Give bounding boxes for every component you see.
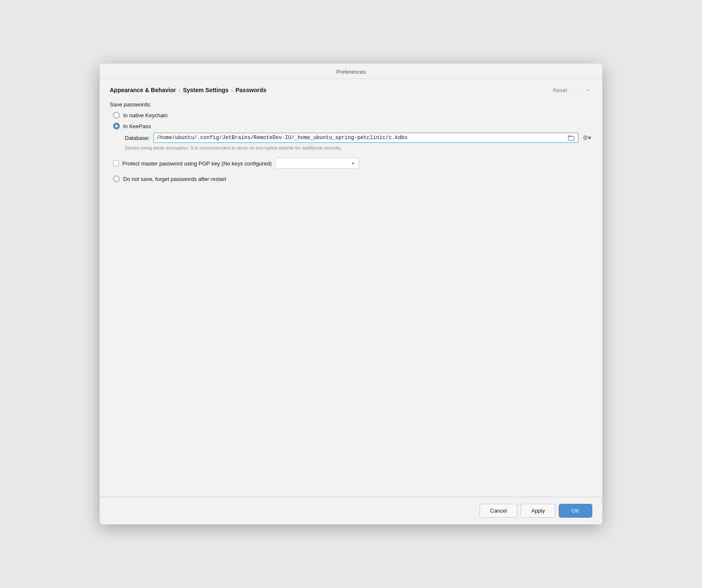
radio-option-keepass[interactable]: In KeePass xyxy=(113,123,592,129)
save-passwords-label: Save passwords: xyxy=(110,101,592,108)
radio-no-save[interactable] xyxy=(113,175,120,182)
breadcrumb-part3[interactable]: Passwords xyxy=(235,87,266,93)
radio-keepass-label: In KeePass xyxy=(123,123,151,129)
breadcrumb-part2[interactable]: System Settings xyxy=(183,87,229,93)
dialog-title: Preferences xyxy=(336,69,366,75)
breadcrumb-nav: Reset ← → xyxy=(553,85,592,95)
browse-folder-button[interactable] xyxy=(567,135,576,141)
pgp-dropdown-arrow: ▼ xyxy=(351,161,355,166)
breadcrumb-separator2: › xyxy=(231,87,233,93)
database-row: Database: ⚙​▾ xyxy=(125,133,592,143)
back-arrow[interactable]: ← xyxy=(572,85,581,95)
footer: Cancel Apply OK xyxy=(100,497,602,524)
breadcrumb-part1[interactable]: Appearance & Behavior xyxy=(110,87,176,93)
breadcrumb-separator1: › xyxy=(178,87,181,93)
warning-text: Stored using weak encryption. It is reco… xyxy=(125,144,592,151)
forward-arrow[interactable]: → xyxy=(583,85,592,95)
options-group: In native Keychain In KeePass xyxy=(113,112,592,129)
radio-keepass[interactable] xyxy=(113,123,120,129)
svg-rect-0 xyxy=(568,137,574,140)
cancel-button[interactable]: Cancel xyxy=(480,504,517,518)
database-label: Database: xyxy=(125,135,150,141)
ok-button[interactable]: OK xyxy=(559,504,592,518)
database-input-wrapper xyxy=(153,133,578,143)
apply-button[interactable]: Apply xyxy=(521,504,555,518)
reset-link[interactable]: Reset xyxy=(553,87,567,93)
preferences-dialog: Preferences Appearance & Behavior › Syst… xyxy=(100,64,602,524)
radio-option-no-save[interactable]: Do not save, forget passwords after rest… xyxy=(113,175,592,182)
breadcrumb: Appearance & Behavior › System Settings … xyxy=(110,87,266,93)
pgp-row: Protect master password using PGP key (N… xyxy=(113,158,592,169)
pgp-dropdown[interactable]: ▼ xyxy=(275,158,359,169)
database-input[interactable] xyxy=(156,135,565,141)
pgp-checkbox[interactable] xyxy=(113,160,119,166)
radio-native-keychain[interactable] xyxy=(113,112,120,119)
main-content: Save passwords: In native Keychain In Ke… xyxy=(110,101,592,490)
breadcrumb-row: Appearance & Behavior › System Settings … xyxy=(110,85,592,95)
radio-native-keychain-label: In native Keychain xyxy=(123,112,168,119)
title-bar: Preferences xyxy=(100,64,602,79)
no-save-row: Do not save, forget passwords after rest… xyxy=(113,175,592,182)
pgp-label: Protect master password using PGP key (N… xyxy=(122,160,272,167)
radio-no-save-label: Do not save, forget passwords after rest… xyxy=(123,176,226,182)
content-area: Appearance & Behavior › System Settings … xyxy=(100,79,602,497)
radio-option-native-keychain[interactable]: In native Keychain xyxy=(113,112,592,119)
gear-settings-button[interactable]: ⚙​▾ xyxy=(582,133,592,142)
